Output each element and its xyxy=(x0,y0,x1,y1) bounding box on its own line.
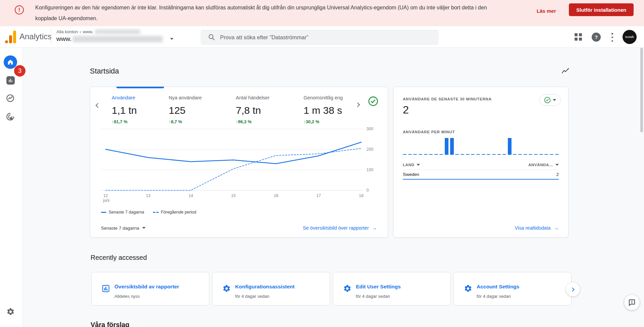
metric-label[interactable]: Användare xyxy=(112,95,169,100)
metric-delta: ↑30,2 % xyxy=(304,119,354,124)
svg-text:16: 16 xyxy=(274,193,278,198)
minute-bar xyxy=(413,154,417,155)
table-row: Sweden 2 xyxy=(403,170,559,180)
search-bar[interactable] xyxy=(201,30,439,45)
metric-delta: ↑81,7 % xyxy=(112,119,169,124)
property-selector[interactable]: www. xyxy=(56,35,173,43)
check-circle-icon xyxy=(544,97,551,103)
help-icon[interactable]: ? xyxy=(592,33,601,42)
recent-card-edit-user-settings[interactable]: Edit User Settings för 4 dagar sedan xyxy=(333,272,451,306)
recently-accessed-title: Recently accessed xyxy=(91,254,147,262)
metric-tab-event-count[interactable]: Antal händelser 7,8 tn ↑96,3 % xyxy=(236,95,304,124)
reports-overview-link[interactable]: Se översiktsbild över rapporter → xyxy=(303,225,377,231)
minute-bar xyxy=(429,154,433,155)
breadcrumb[interactable]: Alla konton › www. xyxy=(56,29,140,34)
recent-card-subtitle: för 4 dagar sedan xyxy=(356,294,390,299)
search-input[interactable] xyxy=(220,34,431,41)
minute-bar xyxy=(450,138,454,155)
data-quality-check-icon[interactable] xyxy=(368,96,378,106)
learn-more-link[interactable]: Läs mer xyxy=(537,8,556,14)
minute-bar xyxy=(508,138,512,155)
column-label: ANVÄNDA… xyxy=(528,163,553,167)
metric-delta: ↑96,3 % xyxy=(236,119,304,124)
sidebar-item-home[interactable] xyxy=(4,55,17,69)
gear-icon xyxy=(222,284,231,294)
active-metric-indicator xyxy=(116,87,164,88)
minute-bar xyxy=(544,154,548,155)
account-avatar[interactable]: textalk xyxy=(623,30,637,44)
minute-bar xyxy=(403,154,407,155)
minute-bar xyxy=(424,154,428,155)
minute-bar xyxy=(471,154,475,155)
insights-icon[interactable] xyxy=(561,67,570,77)
feedback-button[interactable] xyxy=(624,295,640,310)
recent-card-subtitle: för 4 dagar sedan xyxy=(235,294,269,299)
recent-card-subtitle: för 4 dagar sedan xyxy=(477,294,511,299)
ga-home-page: ! Konfigureringen av den här egendomen ä… xyxy=(0,0,644,327)
analytics-logo-icon[interactable] xyxy=(5,31,16,43)
apps-grid-icon[interactable] xyxy=(575,33,582,41)
metrics-prev-icon[interactable] xyxy=(96,103,100,108)
chevron-down-icon xyxy=(553,99,556,101)
recent-card-account-settings[interactable]: Account Settings för 4 dagar sedan xyxy=(453,272,572,306)
legend-previous-period: Föregående period xyxy=(153,210,197,215)
country-cell: Sweden xyxy=(403,172,419,177)
svg-text:17: 17 xyxy=(316,193,321,198)
metric-tab-avg-engagement[interactable]: Genomsnittlig eng 1 m 38 s ↑30,2 % xyxy=(304,95,354,124)
metrics-next-icon[interactable] xyxy=(355,102,360,107)
metric-delta: ↑8,7 % xyxy=(169,119,236,124)
alert-exclamation: ! xyxy=(18,7,20,13)
date-range-label: Senaste 7 dagarna xyxy=(101,226,139,231)
header-divider xyxy=(51,30,51,44)
complete-setup-button[interactable]: Slutför installationen xyxy=(569,3,634,16)
svg-text:15: 15 xyxy=(231,193,236,198)
sidebar-item-advertising[interactable] xyxy=(6,112,15,123)
svg-text:13: 13 xyxy=(146,193,151,198)
overview-card-footer: Senaste 7 dagarna Se översiktsbild över … xyxy=(101,225,377,231)
svg-text:juni: juni xyxy=(103,198,109,203)
app-header: Analytics Alla konton › www. www. ? text… xyxy=(0,26,644,48)
suggestions-title: Våra förslag xyxy=(91,321,129,327)
country-column-header[interactable]: LAND xyxy=(403,163,420,167)
sidebar-item-admin[interactable] xyxy=(6,308,15,317)
minute-bar xyxy=(476,154,480,155)
metric-tab-new-users[interactable]: Nya användare 125 ↑8,7 % xyxy=(169,95,236,124)
minute-bar xyxy=(445,138,448,155)
link-label: Visa realtidsdata xyxy=(515,225,551,231)
legend-current-period: Senaste 7 dagarna xyxy=(101,210,144,215)
recent-card-subtitle: Alldeles nyss xyxy=(114,294,140,299)
view-realtime-link[interactable]: Visa realtidsdata → xyxy=(515,225,559,231)
minute-bar xyxy=(518,154,522,155)
overview-card: Användare 1,1 tn ↑81,7 % Nya användare 1… xyxy=(90,87,388,238)
recent-cards-next-button[interactable] xyxy=(566,282,580,296)
users-per-minute-chart xyxy=(403,137,559,155)
svg-text:100: 100 xyxy=(367,168,374,172)
left-nav: 3 xyxy=(0,48,23,327)
users-column-header[interactable]: ANVÄNDA… xyxy=(528,163,559,167)
advertising-icon xyxy=(6,112,15,121)
dashed-line-swatch xyxy=(153,212,159,213)
column-label: LAND xyxy=(403,163,414,167)
svg-text:300: 300 xyxy=(367,127,374,131)
metric-label[interactable]: Nya användare xyxy=(169,95,236,100)
metric-label[interactable]: Genomsnittlig eng xyxy=(304,95,354,100)
recent-card-setup-assistant[interactable]: Konfigurationsassistent för 4 dagar seda… xyxy=(212,272,330,306)
solid-line-swatch xyxy=(101,212,106,213)
chart-legend: Senaste 7 dagarna Föregående period xyxy=(101,210,196,215)
metric-tab-users[interactable]: Användare 1,1 tn ↑81,7 % xyxy=(112,95,169,124)
sidebar-item-reports[interactable] xyxy=(6,76,15,85)
metrics-row: Användare 1,1 tn ↑81,7 % Nya användare 1… xyxy=(112,95,354,124)
more-menu-icon[interactable] xyxy=(611,33,613,42)
realtime-card: ANVÄNDARE DE SENASTE 30 MINUTERNA 2 ANVÄ… xyxy=(393,87,569,238)
date-range-selector[interactable]: Senaste 7 dagarna xyxy=(101,226,146,231)
realtime-status-dropdown[interactable] xyxy=(539,94,561,106)
recent-card-reports-overview[interactable]: Översiktsbild av rapporter Alldeles nyss xyxy=(91,272,209,306)
notification-badge: 3 xyxy=(14,65,25,77)
chevron-down-icon xyxy=(417,164,420,166)
page-scrollbar[interactable] xyxy=(640,48,643,132)
breadcrumb-account: Alla konton xyxy=(56,29,78,34)
banner-message: Konfigureringen av den här egendomen är … xyxy=(35,2,506,24)
chevron-right-icon xyxy=(570,287,575,292)
sidebar-item-explore[interactable] xyxy=(6,94,15,104)
metric-label[interactable]: Antal händelser xyxy=(236,95,304,100)
